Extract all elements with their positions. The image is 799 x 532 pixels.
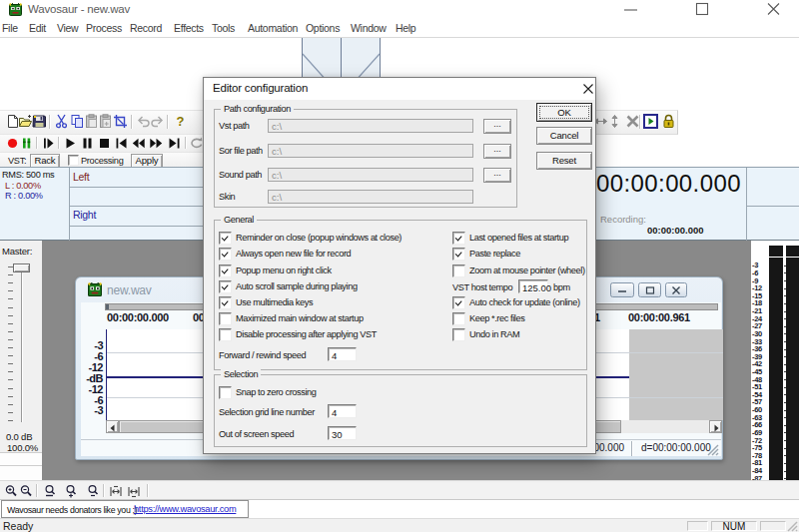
skin-label: Skin	[219, 192, 235, 202]
zoom-in-vertical-icon[interactable]	[64, 484, 78, 498]
zoom-out-icon[interactable]	[19, 484, 33, 498]
help-icon[interactable]: ?	[173, 114, 188, 129]
play-vst-icon[interactable]	[643, 114, 658, 129]
overview-position-marker	[106, 304, 109, 309]
skin-input[interactable]: c:\	[268, 190, 473, 204]
doc-close-button[interactable]	[665, 282, 687, 297]
divider	[69, 168, 70, 241]
menu-file[interactable]: File	[2, 22, 18, 34]
fit-selection-icon[interactable]	[109, 485, 123, 498]
cut-icon[interactable]	[54, 114, 69, 129]
doc-maximize-button[interactable]	[638, 282, 661, 297]
paste-icon[interactable]	[84, 114, 99, 129]
selection-grid-input[interactable]: 4	[328, 404, 357, 418]
stop-icon[interactable]	[97, 136, 112, 151]
minimize-button[interactable]	[610, 0, 650, 18]
meter-tick	[784, 471, 786, 472]
snap-zero-crossing-checkbox[interactable]	[219, 386, 232, 399]
fast-forward-icon[interactable]	[149, 136, 164, 151]
pause-icon[interactable]	[80, 136, 95, 151]
rewind-icon[interactable]	[131, 136, 146, 151]
menu-help[interactable]: Help	[396, 22, 415, 34]
vst-path-browse-button[interactable]: ...	[483, 119, 511, 134]
fit-all-icon[interactable]	[127, 485, 141, 498]
sor-file-path-browse-button[interactable]: ...	[483, 144, 511, 159]
loop-icon[interactable]	[189, 136, 204, 151]
dialog-close-icon[interactable]	[580, 81, 596, 97]
resize-grip[interactable]	[706, 443, 719, 456]
lock-icon[interactable]	[661, 114, 676, 129]
undo-icon[interactable]	[136, 114, 151, 129]
sor-file-path-input[interactable]: c:\	[268, 144, 473, 158]
zoom-selection-icon[interactable]	[43, 484, 57, 498]
toolbar-separator	[167, 115, 169, 129]
play-from-cursor-icon[interactable]	[41, 136, 56, 151]
always-open-new-file-checkbox[interactable]	[219, 248, 232, 261]
toolbar-separator	[58, 137, 60, 149]
editor-configuration-dialog: Editor configuration Path configuration …	[203, 77, 596, 454]
forward-rewind-speed-input[interactable]: 4	[328, 347, 357, 361]
vst-path-input[interactable]: c:\	[268, 119, 473, 133]
play-icon[interactable]	[63, 136, 78, 151]
maximize-button[interactable]	[682, 0, 722, 18]
open-file-icon[interactable]	[18, 114, 33, 129]
undo-in-ram-checkbox[interactable]	[452, 328, 465, 341]
close-button[interactable]	[754, 0, 794, 18]
cancel-button[interactable]: Cancel	[536, 127, 592, 145]
scroll-left-button[interactable]	[106, 420, 119, 433]
ok-button[interactable]: OK	[536, 103, 592, 122]
ruler-label: 00:00:00.961	[628, 311, 690, 323]
trim-icon[interactable]	[113, 114, 128, 129]
auto-check-update-checkbox[interactable]	[452, 296, 465, 309]
scroll-right-button[interactable]	[709, 420, 722, 433]
redo-icon[interactable]	[150, 114, 165, 129]
zoom-out-vertical-icon[interactable]	[86, 484, 100, 498]
menu-record[interactable]: Record	[130, 22, 162, 34]
disable-processing-checkbox[interactable]	[219, 328, 232, 341]
maximized-startup-checkbox[interactable]	[219, 312, 232, 325]
master-slider-thumb[interactable]	[13, 264, 30, 272]
meter-tick	[784, 440, 786, 441]
keep-rec-files-checkbox[interactable]	[452, 312, 465, 325]
menu-effects[interactable]: Effects	[174, 22, 204, 34]
auto-scroll-checkbox[interactable]	[219, 280, 232, 293]
donation-bar: Wavosaur needs donators like you ;) http…	[1, 500, 249, 518]
paste-replace-checkbox[interactable]	[452, 248, 465, 261]
application-window: Wavosaur - new.wav File Edit View Proces…	[0, 0, 799, 532]
record-pause-icon[interactable]	[19, 136, 34, 151]
toolbar-separator	[185, 137, 187, 149]
menu-tools[interactable]: Tools	[212, 22, 235, 34]
delete-icon[interactable]	[625, 114, 640, 129]
selection-grid-label: Selection grid line number	[219, 407, 315, 417]
processing-checkbox[interactable]	[68, 155, 79, 166]
window-resize-grip[interactable]	[786, 520, 798, 532]
meter-tick	[784, 455, 786, 456]
menu-window[interactable]: Window	[351, 22, 387, 34]
out-of-screen-speed-input[interactable]: 30	[328, 426, 357, 440]
zoom-in-icon[interactable]	[4, 484, 18, 498]
zoom-mouse-pointer-checkbox[interactable]	[452, 265, 465, 277]
menu-automation[interactable]: Automation	[248, 22, 298, 34]
multimedia-keys-checkbox[interactable]	[219, 296, 232, 309]
paste-insert-icon[interactable]	[98, 114, 113, 129]
menu-view[interactable]: View	[57, 22, 78, 34]
go-to-start-icon[interactable]	[114, 136, 129, 151]
menu-edit[interactable]: Edit	[29, 22, 46, 34]
donation-link[interactable]: https://www.wavosaur.com	[134, 504, 236, 514]
popup-menu-checkbox[interactable]	[219, 265, 232, 277]
vst-host-tempo-input[interactable]: 125.00	[518, 279, 548, 293]
sound-path-input[interactable]: c:\	[268, 168, 473, 182]
resize-vertical-icon[interactable]	[607, 114, 622, 129]
slider-tick	[8, 290, 13, 291]
save-file-icon[interactable]	[32, 114, 47, 129]
menu-process[interactable]: Process	[86, 22, 122, 34]
sound-path-browse-button[interactable]: ...	[483, 168, 511, 183]
go-to-end-icon[interactable]	[167, 136, 182, 151]
reminder-on-close-checkbox[interactable]	[219, 232, 232, 245]
doc-minimize-button[interactable]	[610, 282, 634, 297]
record-icon[interactable]	[5, 136, 20, 151]
level-meter-panel: -3-6-9-12-15-18-21-24-27-30-33-36-39-42-…	[751, 241, 799, 480]
last-opened-files-checkbox[interactable]	[452, 232, 465, 245]
menu-options[interactable]: Options	[306, 22, 340, 34]
reset-button[interactable]: Reset	[536, 152, 592, 170]
